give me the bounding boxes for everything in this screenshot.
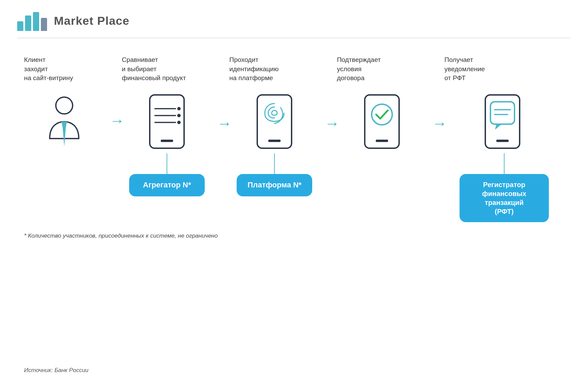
svg-rect-17 [490,102,514,124]
badge-rft: Регистраторфинансовыхтранзакций(РФТ) [460,174,549,222]
arrow-1: → [110,112,125,129]
logo-bar-4 [41,18,47,31]
source: Источник: Банк России [24,367,89,374]
connector-2 [167,153,167,174]
step-notification-label: Получаетуведомлениеот РФТ [441,55,567,86]
svg-rect-12 [268,140,281,142]
svg-point-0 [56,97,73,114]
logo-icon [17,10,47,31]
header: Market Place [0,0,588,38]
connector-5 [504,153,505,174]
step-aggregator: Сравниваети выбираетфинансовый продукт [118,55,216,196]
logo-text: Market Place [54,14,129,28]
step-confirm-icon-row: → [333,93,431,153]
footnote: * Количество участников, присоединенных … [21,232,567,239]
logo-bar-2 [25,15,31,31]
main-content: Клиентзаходитна сайт-витрину → [0,38,588,246]
check-device-icon [360,93,404,153]
logo-bar-3 [33,12,39,31]
arrow-3: → [325,115,340,132]
step-client-label: Клиентзаходитна сайт-витрину [21,55,108,86]
connector-3 [274,153,275,174]
step-client: Клиентзаходитна сайт-витрину → [21,55,108,148]
step-aggregator-label: Сравниваети выбираетфинансовый продукт [118,55,216,86]
svg-rect-20 [496,140,509,142]
step-notification: Получаетуведомлениеот РФТ [441,55,567,222]
svg-rect-15 [376,140,388,142]
badge-platform: Платформа N* [237,174,312,196]
step-platform-label: Проходитидентификациюна платформе [226,55,323,86]
fingerprint-device-icon [252,93,297,153]
step-confirm-label: Подтверждаетусловиядоговора [333,55,431,86]
person-icon [42,93,87,148]
step-platform: Проходитидентификациюна платформе → Плат… [226,55,323,196]
svg-marker-2 [62,122,67,130]
svg-point-14 [372,104,392,125]
flow-container: Клиентзаходитна сайт-витрину → [21,55,567,222]
step-client-icon-row: → [21,93,108,148]
svg-point-7 [177,107,181,110]
arrow-2: → [217,115,232,132]
svg-rect-10 [161,140,173,142]
step-confirm: Подтверждаетусловиядоговора → [333,55,431,153]
step-notification-icon-row [441,93,567,153]
server-icon [145,93,189,153]
step-aggregator-icon-row: → [118,93,216,153]
message-device-icon [480,93,528,153]
step-platform-icon-row: → [226,93,323,153]
logo-bar-1 [17,21,23,31]
svg-point-8 [177,114,181,117]
badge-aggregator: Агрегатор N* [129,174,205,196]
arrow-4: → [432,115,447,132]
svg-point-9 [177,121,181,124]
